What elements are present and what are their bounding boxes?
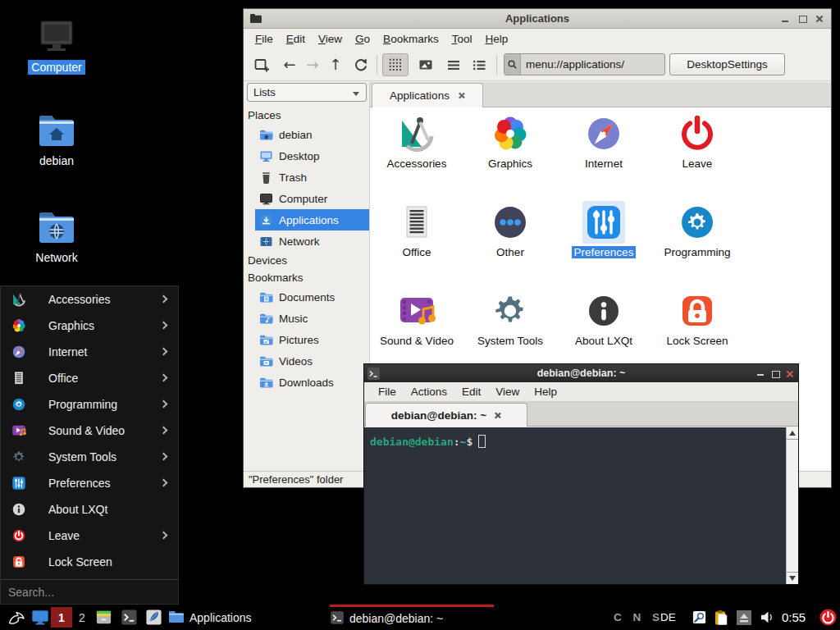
category-leave[interactable]: Leave <box>652 112 742 171</box>
sidebar-item-desktop[interactable]: Desktop <box>244 145 369 167</box>
menu-item-sound-video[interactable]: Sound & Video <box>1 418 178 444</box>
sidebar-mode-selector[interactable]: Lists <box>247 83 367 102</box>
power-tray-button[interactable] <box>817 605 838 630</box>
menu-item-system-tools[interactable]: System Tools <box>1 444 178 470</box>
menu-item-leave[interactable]: Leave <box>1 523 178 549</box>
scroll-down-icon[interactable] <box>787 572 798 584</box>
sidebar-item-music[interactable]: Music <box>244 308 369 329</box>
task-button-terminal[interactable]: debian@debian: ~ <box>330 605 494 630</box>
menu-search-input[interactable] <box>8 586 164 599</box>
category-graphics[interactable]: Graphics <box>465 112 555 171</box>
clipboard-tray-icon[interactable] <box>711 605 731 630</box>
category-system-tools[interactable]: System Tools <box>465 290 555 348</box>
category-sound-video[interactable]: Sound & Video <box>372 290 462 348</box>
category-accessories[interactable]: Accessories <box>372 112 462 171</box>
reload-button[interactable] <box>350 53 372 76</box>
fm-menu-edit[interactable]: Edit <box>280 31 312 47</box>
category-about-lxqt[interactable]: About LXQt <box>559 290 649 348</box>
sidebar-item-applications[interactable]: Applications <box>244 209 369 231</box>
compact-view-button[interactable] <box>443 53 464 76</box>
fm-menu-file[interactable]: File <box>249 31 280 47</box>
menu-item-preferences[interactable]: Preferences <box>1 470 178 496</box>
category-other[interactable]: Other <box>465 201 555 259</box>
file-manager-launcher[interactable] <box>94 605 114 630</box>
category-programming[interactable]: Programming <box>652 201 742 259</box>
fm-maximize-button[interactable] <box>797 14 807 24</box>
terminal-menu-edit[interactable]: Edit <box>454 385 488 399</box>
desktop-icon-computer[interactable]: Computer <box>11 18 102 75</box>
sidebar-item-videos[interactable]: Videos <box>244 350 369 372</box>
tab-close-icon[interactable] <box>494 412 501 419</box>
menu-item-internet[interactable]: Internet <box>1 339 178 365</box>
terminal-menu-file[interactable]: File <box>371 385 404 399</box>
sidebar-item-network[interactable]: Network <box>244 231 369 252</box>
terminal-maximize-button[interactable] <box>770 369 778 377</box>
terminal-scrollbar[interactable] <box>786 427 798 584</box>
terminal-minimize-button[interactable] <box>756 369 764 377</box>
back-button[interactable]: ← <box>280 53 299 76</box>
detailed-list-view-button[interactable] <box>468 53 490 76</box>
menu-item-office[interactable]: Office <box>1 365 178 391</box>
internet-icon <box>582 112 625 155</box>
thumbnail-view-button[interactable] <box>415 53 436 76</box>
fm-menu-help[interactable]: Help <box>478 31 514 47</box>
menu-item-accessories[interactable]: Accessories <box>1 286 178 313</box>
task-button-applications[interactable]: Applications <box>168 605 324 630</box>
icon-view-button[interactable] <box>382 53 409 76</box>
menu-search[interactable] <box>1 579 178 604</box>
forward-button[interactable]: → <box>303 53 322 76</box>
text-editor-launcher[interactable] <box>144 605 164 630</box>
terminal-menu-view[interactable]: View <box>488 385 527 399</box>
system-tools-icon <box>489 290 532 332</box>
desktop-icon-network[interactable]: Network <box>11 208 102 265</box>
terminal-title-bar[interactable]: debian@debian: ~ <box>364 364 798 382</box>
fm-title-bar[interactable]: Applications <box>244 9 831 29</box>
sidebar-item-trash[interactable]: Trash <box>244 167 369 188</box>
screenshot-tray-icon[interactable] <box>690 605 708 630</box>
terminal-menu-help[interactable]: Help <box>527 385 564 399</box>
keyboard-layout-indicator[interactable]: DE <box>660 605 676 630</box>
desktop-icon <box>259 150 273 162</box>
fm-menu-view[interactable]: View <box>312 31 349 47</box>
show-desktop-button[interactable] <box>30 605 51 630</box>
address-bar[interactable] <box>504 53 665 75</box>
clock[interactable]: 0:55 <box>782 605 806 630</box>
fm-close-button[interactable] <box>815 14 824 24</box>
desktop-icon-debian[interactable]: debian <box>11 112 102 168</box>
submenu-chevron-icon <box>160 427 168 435</box>
fm-menu-tool[interactable]: Tool <box>445 31 479 47</box>
category-internet[interactable]: Internet <box>559 112 649 171</box>
terminal-close-button[interactable] <box>785 369 793 377</box>
category-preferences[interactable]: Preferences <box>559 201 649 259</box>
fm-menu-go[interactable]: Go <box>349 31 377 47</box>
terminal-tab[interactable]: debian@debian: ~ <box>365 403 527 427</box>
tab-close-icon[interactable] <box>458 92 465 99</box>
volume-tray-icon[interactable] <box>757 605 777 630</box>
category-office[interactable]: Office <box>372 201 462 259</box>
menu-item-graphics[interactable]: Graphics <box>1 313 178 339</box>
category-lock-screen[interactable]: Lock Screen <box>652 290 742 348</box>
desktop-settings-button[interactable]: DesktopSettings <box>669 53 785 75</box>
terminal-launcher[interactable] <box>119 605 139 630</box>
sidebar-item-debian[interactable]: debian <box>244 124 369 145</box>
address-input[interactable] <box>521 58 660 71</box>
sidebar-item-documents[interactable]: Documents <box>244 286 369 308</box>
terminal-output-area[interactable]: debian@debian:~$ <box>364 427 798 584</box>
sidebar-item-pictures[interactable]: Pictures <box>244 329 369 350</box>
up-button[interactable]: ↑ <box>326 53 345 76</box>
menu-item-programming[interactable]: Programming <box>1 391 178 418</box>
workspace-2-button[interactable]: 2 <box>75 605 89 630</box>
sidebar-item-downloads[interactable]: Downloads <box>244 372 369 393</box>
fm-minimize-button[interactable] <box>780 14 790 24</box>
workspace-1-button[interactable]: 1 <box>51 607 72 628</box>
scroll-up-icon[interactable] <box>787 427 798 440</box>
main-menu-button[interactable] <box>5 605 28 630</box>
sidebar-item-computer[interactable]: Computer <box>244 188 369 209</box>
removable-media-tray-icon[interactable] <box>735 605 753 630</box>
new-tab-button[interactable] <box>250 53 273 76</box>
menu-item-about-lxqt[interactable]: About LXQt <box>1 496 178 523</box>
fm-menu-bookmarks[interactable]: Bookmarks <box>377 31 445 47</box>
menu-item-lock-screen[interactable]: Lock Screen <box>1 549 178 575</box>
terminal-menu-actions[interactable]: Actions <box>404 385 454 399</box>
fm-tab-applications[interactable]: Applications <box>372 83 483 107</box>
